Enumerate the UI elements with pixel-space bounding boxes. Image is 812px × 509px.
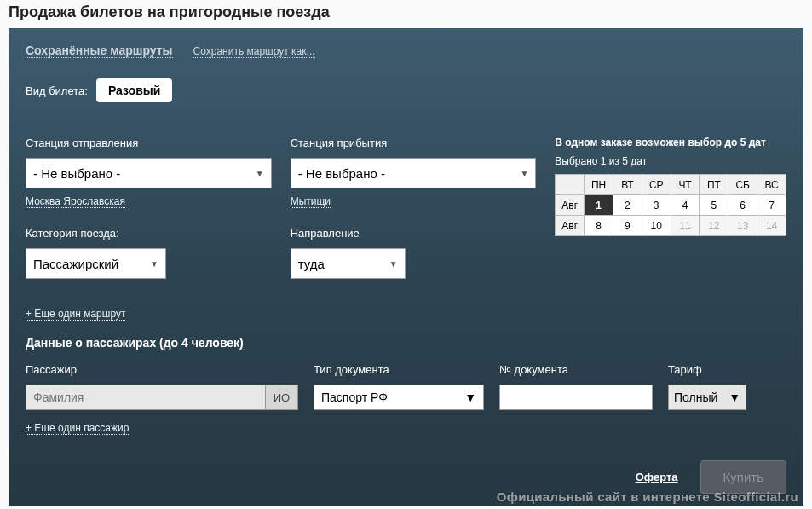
doc-num-col: № документа: [499, 363, 653, 410]
category-value: Пассажирский: [33, 257, 118, 271]
day-header: СР: [642, 175, 671, 195]
direction-label: Направление: [291, 227, 537, 240]
chevron-down-icon: ▼: [150, 259, 158, 269]
route-row: Станция отправления - Не выбрано - ▼ Мос…: [26, 136, 786, 279]
calendar-row: Авг 1 2 3 4 5 6 7: [556, 195, 786, 216]
chevron-down-icon: ▼: [464, 390, 476, 404]
day-header: ПН: [585, 175, 613, 195]
saved-routes-link[interactable]: Сохранённые маршруты: [26, 43, 173, 58]
page-title: Продажа билетов на пригородные поезда: [0, 0, 812, 28]
calendar-day[interactable]: 1: [585, 195, 613, 216]
departure-suggestion[interactable]: Москва Ярославская: [26, 195, 125, 208]
day-header: ВТ: [613, 175, 642, 195]
departure-select[interactable]: - Не выбрано - ▼: [26, 158, 272, 188]
add-passenger-link[interactable]: + Еще один пассажир: [26, 422, 129, 435]
calendar-table: ПН ВТ СР ЧТ ПТ СБ ВС Авг 1 2 3: [555, 174, 786, 236]
direction-group: Направление туда ▼: [291, 227, 537, 279]
add-route-link[interactable]: + Еще один маршрут: [26, 308, 125, 321]
arrival-select[interactable]: - Не выбрано - ▼: [291, 158, 537, 188]
category-select[interactable]: Пассажирский ▼: [26, 248, 166, 279]
doc-type-select[interactable]: Паспорт РФ ▼: [314, 385, 484, 410]
day-header: ПТ: [700, 175, 728, 195]
passenger-name-col: Пассажир ИО: [26, 363, 298, 410]
ticket-type-button[interactable]: Разовый: [96, 78, 172, 102]
arrival-label: Станция прибытия: [291, 136, 537, 149]
ticket-type-row: Вид билета: Разовый: [26, 78, 786, 102]
calendar-row: Авг 8 9 10 11 12 13 14: [556, 216, 786, 236]
calendar-day: 12: [700, 216, 728, 236]
chevron-down-icon: ▼: [389, 259, 398, 269]
departure-label: Станция отправления: [26, 136, 272, 149]
calendar-day[interactable]: 9: [613, 216, 642, 236]
day-header: ВС: [757, 175, 786, 195]
calendar-selected-count: Выбрано 1 из 5 дат: [555, 155, 786, 167]
chevron-down-icon: ▼: [520, 169, 528, 178]
calendar-day[interactable]: 5: [700, 195, 728, 216]
direction-select[interactable]: туда ▼: [291, 248, 406, 279]
tarif-value: Полный: [674, 390, 717, 404]
tarif-label: Тариф: [668, 363, 746, 376]
arrival-suggestion[interactable]: Мытищи: [291, 195, 331, 208]
departure-column: Станция отправления - Не выбрано - ▼ Мос…: [26, 136, 272, 279]
departure-value: - Не выбрано -: [33, 166, 120, 181]
calendar-hint: В одном заказе возможен выбор до 5 дат: [555, 136, 786, 148]
booking-panel: Сохранённые маршруты Сохранить маршрут к…: [9, 28, 803, 506]
doc-type-col: Тип документа Паспорт РФ ▼: [314, 363, 484, 410]
calendar-day: 13: [728, 216, 757, 236]
chevron-down-icon: ▼: [256, 169, 264, 178]
doc-type-value: Паспорт РФ: [321, 390, 388, 404]
calendar-day[interactable]: 6: [728, 195, 757, 216]
calendar-day[interactable]: 3: [642, 195, 671, 216]
ticket-type-label: Вид билета:: [26, 84, 88, 97]
calendar-column: В одном заказе возможен выбор до 5 дат В…: [555, 136, 786, 279]
offer-link[interactable]: Оферта: [636, 471, 678, 483]
surname-wrap: ИО: [26, 385, 298, 410]
passengers-title: Данные о пассажирах (до 4 человек): [26, 336, 786, 350]
io-button[interactable]: ИО: [266, 385, 298, 410]
day-header: СБ: [728, 175, 757, 195]
category-label: Категория поезда:: [26, 227, 272, 240]
calendar-day[interactable]: 7: [757, 195, 786, 216]
calendar-day[interactable]: 8: [585, 216, 613, 236]
doc-num-label: № документа: [499, 363, 653, 376]
tarif-select[interactable]: Полный ▼: [668, 385, 746, 410]
doc-num-input[interactable]: [499, 385, 653, 410]
doc-type-label: Тип документа: [314, 363, 484, 376]
calendar-day: 14: [757, 216, 786, 236]
direction-value: туда: [298, 257, 325, 271]
month-cell: Авг: [556, 216, 585, 236]
arrival-value: - Не выбрано -: [298, 166, 385, 181]
watermark: Официальный сайт в интернете Siteofficia…: [497, 489, 798, 504]
calendar-day: 11: [671, 216, 700, 236]
top-row: Сохранённые маршруты Сохранить маршрут к…: [26, 43, 786, 58]
train-category-group: Категория поезда: Пассажирский ▼: [26, 227, 272, 279]
arrival-column: Станция прибытия - Не выбрано - ▼ Мытищи…: [291, 136, 537, 279]
month-cell: Авг: [556, 195, 585, 216]
save-route-as-link[interactable]: Сохранить маршрут как...: [193, 45, 315, 58]
calendar-day[interactable]: 2: [613, 195, 642, 216]
tarif-col: Тариф Полный ▼: [668, 363, 746, 410]
passenger-label: Пассажир: [26, 363, 298, 376]
chevron-down-icon: ▼: [728, 390, 740, 404]
passenger-row: Пассажир ИО Тип документа Паспорт РФ ▼ №…: [26, 363, 786, 410]
day-header: ЧТ: [671, 175, 700, 195]
calendar-month-header: [556, 175, 585, 195]
calendar-day[interactable]: 4: [671, 195, 700, 216]
surname-input[interactable]: [26, 385, 266, 410]
calendar-day[interactable]: 10: [642, 216, 671, 236]
